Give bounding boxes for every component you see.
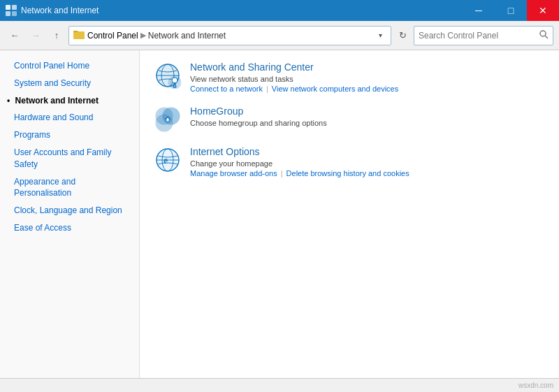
svg-rect-0 (6, 5, 10, 10)
homegroup-icon (154, 106, 182, 133)
window-controls: ─ □ ✕ (463, 0, 559, 21)
up-button[interactable]: ↑ (48, 27, 66, 45)
manage-addons-link[interactable]: Manage browser add-ons (190, 169, 277, 177)
svg-line-6 (545, 36, 548, 38)
internet-options-text: Internet Options Change your homepage Ma… (190, 146, 545, 177)
window-title: Network and Internet (21, 6, 99, 15)
back-button[interactable]: ← (6, 27, 24, 45)
breadcrumb: Control Panel ▶ Network and Internet (87, 31, 371, 41)
folder-icon (73, 29, 85, 42)
breadcrumb-sep1: ▶ (140, 31, 146, 40)
sidebar-item-appearance[interactable]: Appearance and Personalisation (0, 173, 139, 203)
sidebar-item-system-security[interactable]: System and Security (0, 75, 139, 92)
svg-text:e: e (164, 155, 168, 166)
internet-options-subtitle: Change your homepage (190, 159, 545, 168)
connect-network-link[interactable]: Connect to a network (190, 85, 263, 93)
view-computers-link[interactable]: View network computers and devices (272, 85, 398, 93)
internet-options-links: Manage browser add-ons | Delete browsing… (190, 169, 545, 177)
sidebar-item-control-panel-home[interactable]: Control Panel Home (0, 57, 139, 75)
refresh-button[interactable]: ↻ (394, 27, 411, 44)
maximize-button[interactable]: □ (495, 0, 527, 21)
svg-rect-1 (12, 5, 17, 10)
internet-options-item: e Internet Options Change your homepage … (154, 146, 545, 177)
delete-history-link[interactable]: Delete browsing history and cookies (286, 169, 409, 177)
network-sharing-item: Network and Sharing Center View network … (154, 61, 545, 93)
homegroup-text: HomeGroup Choose homegroup and sharing o… (190, 106, 545, 129)
svg-point-12 (172, 78, 177, 83)
internet-options-title[interactable]: Internet Options (190, 146, 545, 157)
svg-rect-4 (73, 31, 85, 39)
internet-options-icon: e (154, 146, 182, 174)
watermark: wsxdn.com (518, 382, 553, 389)
title-bar: Network and Internet ─ □ ✕ (0, 0, 559, 21)
forward-button[interactable]: → (27, 27, 45, 45)
minimize-button[interactable]: ─ (463, 0, 495, 21)
close-button[interactable]: ✕ (527, 0, 559, 21)
breadcrumb-root[interactable]: Control Panel (87, 31, 138, 41)
svg-point-18 (156, 115, 173, 131)
breadcrumb-current: Network and Internet (148, 31, 226, 41)
search-box (414, 26, 553, 45)
sidebar: Control Panel Home System and Security N… (0, 50, 140, 378)
sidebar-item-ease-access[interactable]: Ease of Access (0, 219, 139, 237)
svg-point-5 (540, 31, 546, 36)
search-input[interactable] (419, 31, 537, 41)
app-icon (6, 5, 17, 16)
sidebar-item-hardware-sound[interactable]: Hardware and Sound (0, 109, 139, 126)
search-button[interactable] (539, 30, 549, 41)
sidebar-item-user-accounts[interactable]: User Accounts and Family Safety (0, 144, 139, 173)
address-field: Control Panel ▶ Network and Internet ▾ (68, 26, 391, 45)
network-sharing-title[interactable]: Network and Sharing Center (190, 61, 545, 73)
sidebar-item-programs[interactable]: Programs (0, 126, 139, 144)
svg-rect-2 (6, 11, 10, 16)
address-dropdown-button[interactable]: ▾ (374, 31, 386, 39)
status-bar: wsxdn.com (0, 378, 559, 392)
network-sharing-links: Connect to a network | View network comp… (190, 85, 545, 93)
homegroup-title[interactable]: HomeGroup (190, 106, 545, 117)
sidebar-item-network-internet[interactable]: Network and Internet (0, 92, 139, 110)
content-area: Network and Sharing Center View network … (140, 50, 559, 378)
homegroup-subtitle: Choose homegroup and sharing options (190, 119, 545, 127)
title-bar-left: Network and Internet (6, 5, 99, 16)
svg-rect-3 (12, 11, 17, 16)
main-area: Control Panel Home System and Security N… (0, 50, 559, 378)
network-sharing-text: Network and Sharing Center View network … (190, 61, 545, 93)
homegroup-item: HomeGroup Choose homegroup and sharing o… (154, 106, 545, 133)
network-sharing-subtitle: View network status and tasks (190, 75, 545, 83)
network-sharing-icon (154, 61, 182, 89)
address-bar: ← → ↑ Control Panel ▶ Network and Intern… (0, 21, 559, 50)
sidebar-item-clock-language[interactable]: Clock, Language and Region (0, 202, 139, 219)
